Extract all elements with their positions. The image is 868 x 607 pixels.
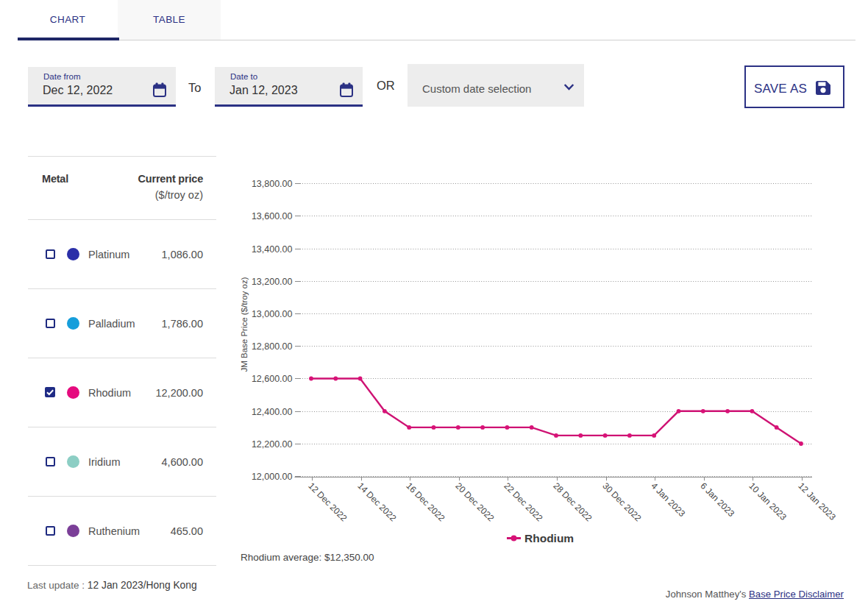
svg-text:6 Jan 2023: 6 Jan 2023 <box>698 480 736 519</box>
svg-text:13,000.00: 13,000.00 <box>252 309 293 319</box>
svg-text:JM Base Price ($/troy oz): JM Base Price ($/troy oz) <box>240 277 249 372</box>
svg-text:12 Jan 2023: 12 Jan 2023 <box>796 480 838 522</box>
svg-text:12,600.00: 12,600.00 <box>252 374 293 384</box>
svg-text:13,200.00: 13,200.00 <box>252 277 293 287</box>
svg-text:30 Dec 2022: 30 Dec 2022 <box>600 480 643 523</box>
svg-text:28 Dec 2022: 28 Dec 2022 <box>551 480 594 523</box>
svg-text:13,800.00: 13,800.00 <box>252 179 293 189</box>
svg-text:12,200.00: 12,200.00 <box>252 439 293 450</box>
svg-text:12 Dec 2022: 12 Dec 2022 <box>306 480 349 523</box>
svg-text:12,400.00: 12,400.00 <box>252 407 293 417</box>
svg-text:Rhodium: Rhodium <box>524 532 574 544</box>
svg-text:10 Jan 2023: 10 Jan 2023 <box>747 480 789 522</box>
svg-text:12,000.00: 12,000.00 <box>252 472 293 482</box>
svg-text:13,400.00: 13,400.00 <box>252 244 293 255</box>
svg-text:22 Dec 2022: 22 Dec 2022 <box>502 480 544 523</box>
svg-text:16 Dec 2022: 16 Dec 2022 <box>404 480 447 523</box>
svg-text:20 Dec 2022: 20 Dec 2022 <box>453 480 496 523</box>
svg-text:12,800.00: 12,800.00 <box>252 341 293 352</box>
svg-text:4 Jan 2023: 4 Jan 2023 <box>649 480 687 519</box>
svg-text:14 Dec 2022: 14 Dec 2022 <box>355 480 398 523</box>
svg-text:13,600.00: 13,600.00 <box>252 211 293 221</box>
